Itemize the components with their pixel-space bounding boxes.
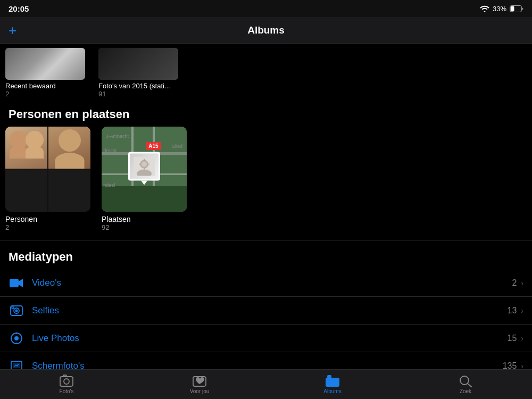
media-label-selfies: Selfies: [32, 305, 508, 316]
tab-voor-jou-icon: [193, 375, 206, 387]
map-label-slied: Slied: [172, 144, 182, 149]
people-count: 2: [5, 223, 93, 231]
chevron-live-photos-icon: ›: [521, 334, 523, 343]
chevron-screenshots-icon: ›: [521, 362, 523, 370]
svg-point-5: [142, 162, 147, 167]
add-album-button[interactable]: +: [9, 23, 16, 37]
media-label-videos: Video's: [32, 278, 512, 288]
media-item-selfies[interactable]: Selfies 13 ›: [0, 297, 532, 325]
media-count-live-photos: 15: [508, 334, 517, 343]
people-card[interactable]: Personen 2: [5, 127, 93, 231]
media-label-live-photos: Live Photos: [32, 333, 508, 344]
album-count-2015: 91: [98, 90, 181, 98]
battery-text: 33%: [493, 5, 506, 13]
svg-rect-14: [12, 307, 14, 309]
status-bar: 20:05 33%: [0, 0, 532, 17]
media-count-selfies: 13: [508, 306, 517, 315]
chevron-selfies-icon: ›: [521, 306, 523, 315]
map-photo-art: [134, 157, 155, 176]
album-label-2015: Foto's van 2015 (stati...: [98, 82, 181, 90]
tab-bar: Foto's Voor jou Albums Zoek: [0, 369, 532, 399]
album-thumb-recent: [5, 48, 85, 80]
tab-zoek-icon: [459, 375, 472, 387]
album-item-2015[interactable]: Foto's van 2015 (stati... 91: [98, 48, 181, 98]
album-thumb-2015: [98, 48, 178, 80]
svg-rect-25: [60, 377, 73, 386]
people-card-img: [5, 127, 90, 212]
media-count-videos: 2: [512, 278, 517, 288]
svg-point-13: [15, 309, 18, 312]
people-face-4: [48, 170, 90, 212]
svg-rect-10: [10, 279, 19, 287]
album-label-recent: Recent bewaard: [5, 82, 88, 90]
places-card[interactable]: A15 J-Ambacht drecht Slied ndeel: [102, 127, 189, 231]
content-scroll: Recent bewaard 2 Foto's van 2015 (stati.…: [0, 44, 532, 369]
tab-fotos[interactable]: Foto's: [0, 375, 133, 394]
map-label-deel: ndeel: [103, 182, 115, 188]
svg-point-26: [64, 379, 69, 384]
tab-voor-jou-label: Voor jou: [190, 388, 210, 394]
map-background: A15 J-Ambacht drecht Slied ndeel: [102, 127, 187, 212]
people-label: Personen: [5, 215, 93, 223]
status-time: 20:05: [9, 4, 29, 13]
people-face-1: [5, 127, 47, 169]
album-item-recent[interactable]: Recent bewaard 2: [5, 48, 88, 98]
media-count-screenshots: 135: [503, 361, 517, 370]
tab-albums-icon: [325, 375, 340, 387]
svg-rect-1: [511, 6, 514, 11]
selfie-icon: [9, 303, 24, 319]
map-photo-popup: [128, 152, 160, 181]
media-label-screenshots: Schermfoto's: [32, 361, 503, 370]
tab-fotos-label: Foto's: [60, 388, 74, 394]
svg-rect-29: [327, 375, 331, 378]
status-icons: 33%: [480, 5, 523, 13]
people-face-2: [48, 127, 90, 169]
media-item-screenshots[interactable]: Schermfoto's 135 ›: [0, 352, 532, 369]
page-title: Albums: [247, 24, 285, 36]
svg-line-31: [468, 384, 471, 387]
tab-zoek[interactable]: Zoek: [399, 375, 532, 394]
tab-voor-jou[interactable]: Voor jou: [133, 375, 266, 394]
people-places-grid: Personen 2: [0, 127, 532, 231]
top-albums-row: Recent bewaard 2 Foto's van 2015 (stati.…: [0, 44, 532, 98]
svg-point-16: [14, 336, 19, 340]
map-photo-inner: [130, 154, 159, 179]
video-icon: [9, 275, 24, 291]
map-label-drecht: drecht: [103, 148, 117, 153]
tab-albums[interactable]: Albums: [266, 375, 399, 394]
wifi-icon: [480, 5, 489, 12]
places-count: 92: [102, 223, 189, 231]
screenshot-icon: [9, 358, 24, 370]
chevron-videos-icon: ›: [521, 279, 523, 287]
tab-zoek-label: Zoek: [460, 388, 471, 394]
places-card-img: A15 J-Ambacht drecht Slied ndeel: [102, 127, 187, 212]
map-badge: A15: [146, 142, 161, 150]
tab-albums-label: Albums: [323, 388, 341, 394]
album-count-recent: 2: [5, 90, 88, 98]
places-label: Plaatsen: [102, 215, 189, 223]
battery-icon: [510, 5, 523, 12]
media-item-videos[interactable]: Video's 2 ›: [0, 269, 532, 297]
section-header-mediatypen: Mediatypen: [0, 240, 532, 269]
section-header-people-places: Personen en plaatsen: [0, 98, 532, 127]
media-item-live-photos[interactable]: Live Photos 15 ›: [0, 325, 532, 352]
people-face-3: [5, 170, 47, 212]
nav-bar: + Albums: [0, 17, 532, 44]
live-photos-icon: [9, 330, 24, 346]
tab-fotos-icon: [60, 375, 73, 387]
media-list: Video's 2 › Selfies 13 ›: [0, 269, 532, 369]
map-label-ambacht: J-Ambacht: [106, 134, 129, 139]
